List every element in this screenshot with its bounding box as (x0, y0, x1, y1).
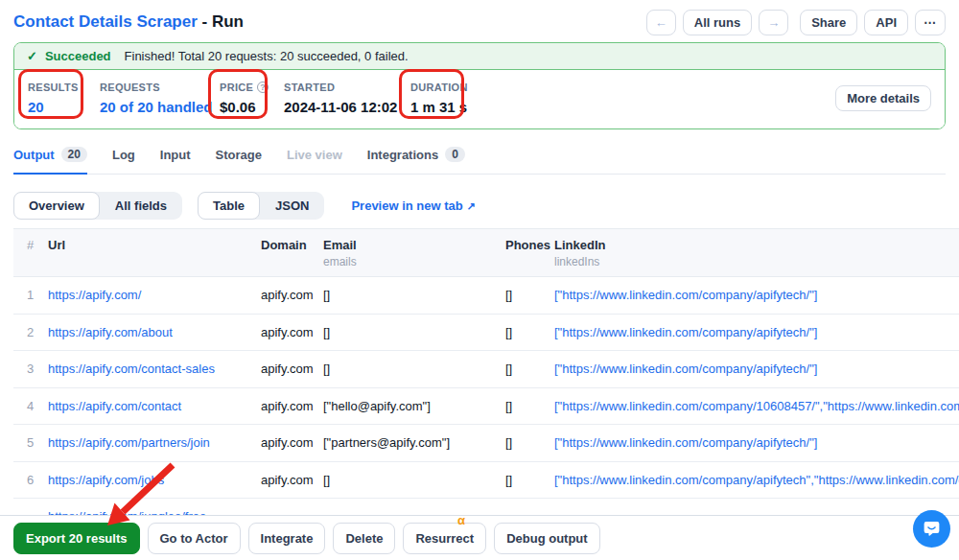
stat-started-value: 2024-11-06 12:02 (284, 99, 410, 115)
go-to-actor-button[interactable]: Go to Actor (148, 523, 241, 554)
email-cell: [] (323, 277, 505, 315)
next-run-button[interactable]: → (759, 10, 788, 35)
tab-output[interactable]: Output 20 (13, 141, 87, 175)
export-results-button[interactable]: Export 20 results (13, 523, 140, 554)
linkedin-cell[interactable]: ["https://www.linkedin.com/company/apify… (554, 314, 959, 351)
run-stats-row: RESULTS 20 REQUESTS 20 of 20 handled PRI… (14, 70, 945, 128)
run-tabs: Output 20 Log Input Storage Live view In… (13, 141, 946, 175)
prev-run-button[interactable]: ← (646, 10, 676, 35)
output-count-badge: 20 (61, 147, 87, 162)
results-table: # Url Domain Emailemails Phones LinkedIn… (13, 228, 959, 522)
api-button[interactable]: API (864, 10, 908, 35)
column-header-phones[interactable]: Phones (505, 229, 554, 277)
output-toolbar: Overview All fields Table JSON Preview i… (13, 192, 946, 220)
table-row: 1 https://apify.com/ apify.com [] [] ["h… (13, 277, 959, 315)
alpha-flag: α (457, 513, 465, 527)
run-actions-bar: Export 20 results Go to Actor Integrate … (0, 515, 959, 560)
format-segmented: Table JSON (198, 192, 324, 220)
url-link[interactable]: https://apify.com/contact (48, 399, 181, 413)
linkedin-cell[interactable]: ["https://www.linkedin.com/company/10608… (554, 387, 959, 425)
email-cell: ["partners@apify.com"] (323, 425, 505, 462)
actor-title-link[interactable]: Contact Details Scraper (13, 12, 198, 31)
tab-integrations[interactable]: Integrations 0 (367, 141, 465, 175)
stat-started-label: STARTED (284, 82, 410, 93)
table-row: 6 https://apify.com/jobs apify.com [] []… (13, 461, 959, 499)
linkedin-cell[interactable]: ["https://www.linkedin.com/company/apify… (554, 425, 959, 462)
arrow-left-icon: ← (655, 15, 667, 30)
stat-requests-label: REQUESTS (100, 82, 220, 93)
status-banner: ✓ Succeeded Finished! Total 20 requests:… (14, 43, 945, 70)
page-title-suffix: - Run (198, 12, 244, 31)
column-header-linkedin[interactable]: LinkedInlinkedIns (554, 229, 959, 277)
segment-table[interactable]: Table (198, 192, 260, 220)
column-header-domain[interactable]: Domain (261, 229, 323, 277)
phones-cell: [] (505, 425, 554, 462)
stat-price-label: PRICE? (220, 82, 284, 93)
results-table-wrap: # Url Domain Emailemails Phones LinkedIn… (13, 228, 959, 522)
domain-cell: apify.com (261, 425, 323, 462)
url-link[interactable]: https://apify.com/about (48, 325, 173, 339)
preview-in-new-tab-link[interactable]: Preview in new tab ↗ (351, 198, 475, 213)
all-runs-button[interactable]: All runs (683, 10, 752, 35)
table-row: 5 https://apify.com/partners/join apify.… (13, 425, 959, 462)
column-header-url[interactable]: Url (48, 229, 261, 277)
integrations-count-badge: 0 (445, 147, 465, 162)
domain-cell: apify.com (261, 351, 323, 388)
stat-price-value: $0.06 (220, 99, 284, 115)
email-cell: ["hello@apify.com"] (323, 387, 505, 425)
check-icon: ✓ (27, 49, 37, 63)
table-row: 2 https://apify.com/about apify.com [] [… (13, 314, 959, 351)
delete-button[interactable]: Delete (333, 523, 395, 554)
domain-cell: apify.com (261, 387, 323, 425)
support-chat-button[interactable] (913, 510, 950, 548)
stat-duration-label: DURATION (410, 82, 468, 93)
integrate-button[interactable]: Integrate (248, 523, 326, 554)
email-cell: [] (323, 314, 505, 351)
stat-price: PRICE? $0.06 (220, 82, 284, 115)
external-link-icon: ↗ (466, 200, 475, 212)
stat-results: RESULTS 20 (28, 82, 100, 115)
table-row: 4 https://apify.com/contact apify.com ["… (13, 387, 959, 425)
table-row: 3 https://apify.com/contact-sales apify.… (13, 351, 959, 388)
phones-cell: [] (505, 387, 554, 425)
url-link[interactable]: https://apify.com/ (48, 288, 141, 302)
stat-results-value[interactable]: 20 (28, 99, 100, 115)
stat-requests: REQUESTS 20 of 20 handled (100, 82, 220, 115)
tab-storage[interactable]: Storage (216, 142, 262, 175)
url-link[interactable]: https://apify.com/contact-sales (48, 362, 215, 376)
view-mode-segmented: Overview All fields (13, 192, 182, 220)
phones-cell: [] (505, 461, 554, 499)
arrow-right-icon: → (767, 15, 780, 30)
column-header-email[interactable]: Emailemails (323, 229, 505, 277)
domain-cell: apify.com (261, 461, 323, 499)
url-link[interactable]: https://apify.com/partners/join (48, 435, 210, 450)
linkedin-cell[interactable]: ["https://www.linkedin.com/company/apify… (554, 351, 959, 388)
column-subheader-emails: emails (323, 255, 498, 268)
page-title: Contact Details Scraper - Run (13, 12, 244, 32)
segment-all-fields[interactable]: All fields (100, 192, 182, 220)
table-header-row: # Url Domain Emailemails Phones LinkedIn… (13, 229, 959, 277)
chat-bubble-icon (922, 519, 942, 539)
tab-log[interactable]: Log (112, 142, 135, 175)
status-badge: Succeeded (45, 49, 111, 63)
linkedin-cell[interactable]: ["https://www.linkedin.com/company/apify… (554, 461, 959, 499)
stat-results-label: RESULTS (28, 82, 100, 93)
url-link[interactable]: https://apify.com/jobs (48, 473, 164, 487)
resurrect-button[interactable]: Resurrect (403, 523, 486, 554)
more-details-button[interactable]: More details (835, 85, 931, 111)
linkedin-cell[interactable]: ["https://www.linkedin.com/company/apify… (554, 277, 959, 315)
debug-output-button[interactable]: Debug output (494, 523, 599, 554)
run-detail-page: Contact Details Scraper - Run ← All runs… (0, 0, 959, 560)
email-cell: [] (323, 351, 505, 388)
top-bar: Contact Details Scraper - Run ← All runs… (13, 8, 946, 36)
phones-cell: [] (505, 351, 554, 388)
more-actions-button[interactable]: ⋯ (915, 10, 946, 35)
tab-input[interactable]: Input (160, 142, 191, 175)
top-actions: ← All runs → Share API ⋯ (646, 10, 946, 35)
segment-overview[interactable]: Overview (13, 192, 100, 220)
phones-cell: [] (505, 277, 554, 315)
stat-requests-value[interactable]: 20 of 20 handled (100, 99, 220, 115)
help-icon[interactable]: ? (257, 82, 269, 93)
share-button[interactable]: Share (800, 10, 857, 35)
segment-json[interactable]: JSON (260, 192, 324, 220)
